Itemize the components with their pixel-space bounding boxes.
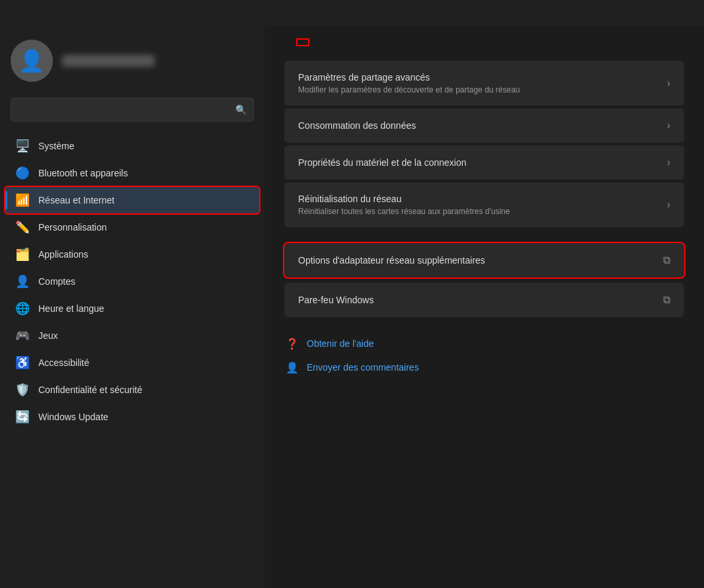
help-link-text-aide[interactable]: Obtenir de l'aide bbox=[307, 338, 374, 349]
nav-list: 🖥️Système🔵Bluetooth et appareils📶Réseau … bbox=[0, 132, 264, 431]
close-button[interactable] bbox=[674, 0, 704, 26]
sidebar: 👤 🔍 🖥️Système🔵Bluetooth et appareils📶Rés… bbox=[0, 26, 264, 588]
sidebar-item-confidentialite[interactable]: 🛡️Confidentialité et sécurité bbox=[5, 377, 259, 403]
sidebar-item-label-systeme: Système bbox=[38, 141, 74, 151]
external-icon-parefeu: ⧉ bbox=[663, 294, 670, 306]
settings-item-partage[interactable]: Paramètres de partage avancésModifier le… bbox=[284, 61, 684, 106]
restore-button[interactable] bbox=[643, 0, 674, 26]
sidebar-item-accessibilite[interactable]: ♿Accessibilité bbox=[5, 349, 259, 376]
windows-update-icon: 🔄 bbox=[16, 410, 29, 423]
sidebar-item-label-bluetooth: Bluetooth et appareils bbox=[38, 168, 128, 178]
sidebar-item-reseau[interactable]: 📶Réseau et Internet bbox=[5, 187, 259, 213]
search-container: 🔍 bbox=[0, 92, 264, 132]
chevron-icon-consommation: › bbox=[667, 120, 670, 131]
sidebar-item-jeux[interactable]: 🎮Jeux bbox=[5, 322, 259, 349]
avatar-icon: 👤 bbox=[19, 48, 45, 73]
search-icon: 🔍 bbox=[235, 104, 247, 115]
sidebar-item-label-heure: Heure et langue bbox=[38, 303, 104, 314]
sidebar-item-personnalisation[interactable]: ✏️Personnalisation bbox=[5, 214, 259, 240]
sidebar-item-label-reseau: Réseau et Internet bbox=[38, 195, 114, 205]
minimize-button[interactable] bbox=[613, 0, 643, 26]
settings-desc-reinitialisation: Réinitialiser toutes les cartes réseau a… bbox=[298, 207, 510, 216]
chevron-icon-proprietes: › bbox=[667, 157, 670, 168]
commentaires-icon: 👤 bbox=[284, 359, 300, 375]
aide-icon: ❓ bbox=[284, 336, 300, 351]
external-icon-adaptateur: ⧉ bbox=[663, 254, 670, 266]
help-link-commentaires[interactable]: 👤Envoyer des commentaires bbox=[284, 359, 684, 375]
sidebar-item-label-jeux: Jeux bbox=[38, 330, 58, 341]
settings-item-reinitialisation[interactable]: Réinitialisation du réseauRéinitialiser … bbox=[284, 182, 684, 227]
accessibilite-icon: ♿ bbox=[16, 356, 29, 369]
settings-list: Paramètres de partage avancésModifier le… bbox=[284, 61, 684, 227]
sidebar-item-label-comptes: Comptes bbox=[38, 276, 75, 287]
chevron-icon-partage: › bbox=[667, 77, 670, 89]
sidebar-item-comptes[interactable]: 👤Comptes bbox=[5, 268, 259, 295]
sidebar-item-heure[interactable]: 🌐Heure et langue bbox=[5, 295, 259, 322]
help-links: ❓Obtenir de l'aide👤Envoyer des commentai… bbox=[284, 336, 684, 375]
sidebar-item-label-accessibilite: Accessibilité bbox=[38, 357, 89, 368]
settings-item-proprietes[interactable]: Propriétés du matériel et de la connexio… bbox=[284, 145, 684, 180]
jeux-icon: 🎮 bbox=[16, 329, 29, 342]
settings-title-partage: Paramètres de partage avancés bbox=[298, 72, 520, 83]
page-title bbox=[297, 40, 308, 45]
content-area: Paramètres de partage avancésModifier le… bbox=[264, 26, 704, 588]
titlebar bbox=[0, 0, 704, 26]
personnalisation-icon: ✏️ bbox=[16, 221, 29, 234]
bluetooth-icon: 🔵 bbox=[16, 166, 29, 180]
settings-desc-partage: Modifier les paramètres de découverte et… bbox=[298, 85, 520, 94]
titlebar-controls bbox=[613, 0, 704, 26]
systeme-icon: 🖥️ bbox=[16, 139, 29, 153]
sidebar-item-label-personnalisation: Personnalisation bbox=[38, 222, 107, 233]
search-box[interactable]: 🔍 bbox=[11, 98, 254, 122]
user-profile: 👤 bbox=[0, 26, 264, 92]
sidebar-item-label-confidentialite: Confidentialité et sécurité bbox=[38, 385, 142, 395]
settings-item-consommation[interactable]: Consommation des données› bbox=[284, 108, 684, 143]
sidebar-item-bluetooth[interactable]: 🔵Bluetooth et appareils bbox=[5, 160, 259, 186]
associes-title-adaptateur: Options d'adaptateur réseau supplémentai… bbox=[298, 255, 485, 266]
settings-title-proprietes: Propriétés du matériel et de la connexio… bbox=[298, 157, 466, 168]
settings-title-reinitialisation: Réinitialisation du réseau bbox=[298, 194, 510, 204]
associes-title-parefeu: Pare-feu Windows bbox=[298, 295, 373, 305]
sidebar-item-systeme[interactable]: 🖥️Système bbox=[5, 133, 259, 159]
reseau-icon: 📶 bbox=[16, 194, 29, 207]
associes-item-parefeu[interactable]: Pare-feu Windows⧉ bbox=[284, 283, 684, 317]
avatar: 👤 bbox=[11, 40, 53, 82]
sidebar-item-label-windows-update: Windows Update bbox=[38, 412, 108, 422]
applications-icon: 🗂️ bbox=[16, 248, 29, 261]
help-link-aide[interactable]: ❓Obtenir de l'aide bbox=[284, 336, 684, 351]
sidebar-item-applications[interactable]: 🗂️Applications bbox=[5, 241, 259, 268]
settings-title-consommation: Consommation des données bbox=[298, 120, 416, 131]
chevron-icon-reinitialisation: › bbox=[667, 199, 670, 211]
content-header bbox=[284, 26, 684, 61]
help-link-text-commentaires[interactable]: Envoyer des commentaires bbox=[307, 362, 419, 373]
comptes-icon: 👤 bbox=[16, 275, 29, 288]
confidentialite-icon: 🛡️ bbox=[16, 383, 29, 396]
associes-item-adaptateur[interactable]: Options d'adaptateur réseau supplémentai… bbox=[284, 243, 684, 277]
sidebar-item-windows-update[interactable]: 🔄Windows Update bbox=[5, 404, 259, 430]
main-layout: 👤 🔍 🖥️Système🔵Bluetooth et appareils📶Rés… bbox=[0, 26, 704, 588]
heure-icon: 🌐 bbox=[16, 302, 29, 315]
user-name bbox=[62, 55, 155, 67]
associes-list: Options d'adaptateur réseau supplémentai… bbox=[284, 243, 684, 320]
sidebar-item-label-applications: Applications bbox=[38, 249, 89, 260]
